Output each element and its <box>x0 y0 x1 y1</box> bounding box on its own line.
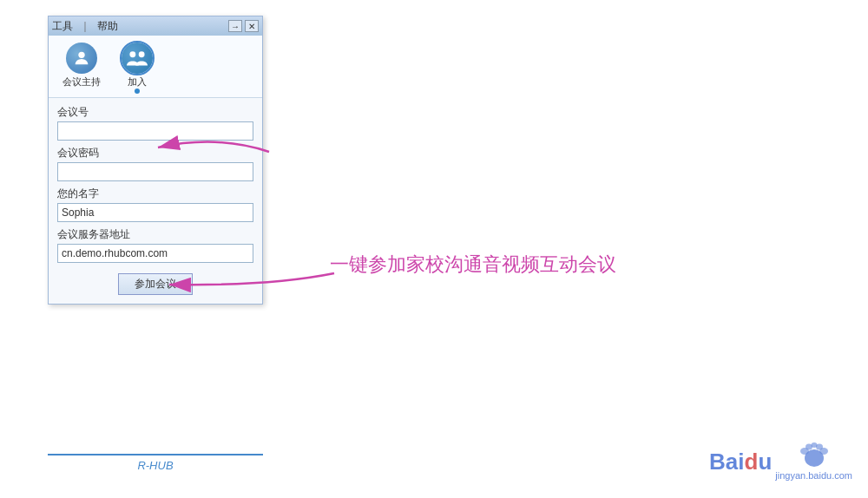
dialog-titlebar: 工具 ｜ 帮助 → ✕ <box>49 16 262 36</box>
annotation-text: 一键参加家校沟通音视频互动会议 <box>330 252 616 278</box>
meeting-id-input[interactable] <box>57 121 253 141</box>
meeting-id-label: 会议号 <box>57 105 253 120</box>
svg-point-1 <box>129 51 135 57</box>
watermark-right: jingyan.baidu.com <box>775 442 852 481</box>
server-input[interactable] <box>57 244 253 263</box>
submit-button[interactable]: 参加会议 <box>118 273 193 295</box>
name-label: 您的名字 <box>57 187 253 201</box>
dialog-form: 会议号 会议密码 您的名字 会议服务器地址 参加会议 <box>49 98 262 304</box>
jingyan-label: jingyan.baidu.com <box>775 470 852 481</box>
menu-separator: ｜ <box>80 19 90 34</box>
svg-point-10 <box>811 442 817 448</box>
host-icon <box>66 43 97 74</box>
baidu-watermark: Baidu jingyan.baidu.com <box>709 442 852 481</box>
menu-help[interactable]: 帮助 <box>97 19 118 34</box>
join-icon <box>122 43 153 74</box>
baidu-icon <box>798 442 831 470</box>
baidu-logo-text: Baidu <box>709 449 772 475</box>
join-button[interactable]: 加入 <box>122 43 153 94</box>
dialog-toolbar: 会议主持 加入 <box>49 36 262 98</box>
name-input[interactable] <box>57 203 253 222</box>
dialog-title-menu: 工具 ｜ 帮助 <box>52 19 118 34</box>
menu-tools[interactable]: 工具 <box>52 19 73 34</box>
meeting-pwd-label: 会议密码 <box>57 146 253 161</box>
svg-point-0 <box>78 52 84 58</box>
host-label: 会议主持 <box>62 75 101 88</box>
arrow-right-btn[interactable]: → <box>228 20 242 32</box>
join-label: 加入 <box>128 75 147 88</box>
dialog-window: 工具 ｜ 帮助 → ✕ 会议主持 <box>48 16 263 305</box>
footer-bar: R-HUB <box>48 454 263 472</box>
server-label: 会议服务器地址 <box>57 227 253 242</box>
window-controls: → ✕ <box>228 20 259 32</box>
host-button[interactable]: 会议主持 <box>62 43 101 94</box>
meeting-pwd-input[interactable] <box>57 162 253 181</box>
close-btn[interactable]: ✕ <box>245 20 259 32</box>
svg-point-2 <box>139 51 145 57</box>
rhub-link[interactable]: R-HUB <box>48 459 263 472</box>
